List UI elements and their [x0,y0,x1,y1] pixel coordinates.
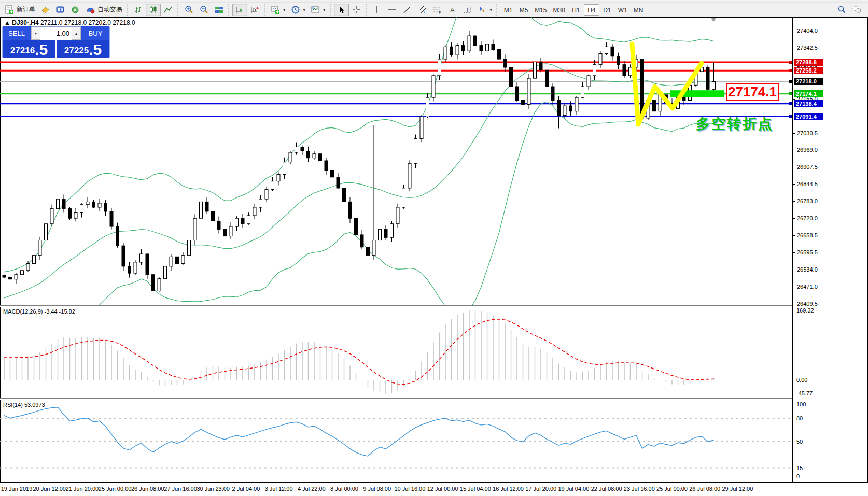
panel-separator[interactable] [0,398,792,400]
bull-candle [134,262,137,273]
tile-windows-button[interactable] [212,4,227,16]
rsi-label: RSI(14) 53.0973 [3,402,45,408]
turning-point-annotation[interactable]: 多空转折点 [696,115,774,133]
panel-separator[interactable] [0,305,792,307]
bear-candle [68,209,72,219]
periods-button[interactable]: ▾ [288,4,309,16]
volume-increase-button[interactable]: ▴ [72,27,81,40]
zoom-in-button[interactable] [181,4,197,16]
timeframe-w1-button[interactable]: W1 [615,4,631,16]
timeframe-m1-button[interactable]: M1 [500,4,516,16]
timeframe-h1-button[interactable]: H1 [568,4,584,16]
timeframe-m30-button[interactable]: M30 [550,4,568,16]
terminal-icon [55,5,65,15]
timeframe-h4-button[interactable]: H4 [584,4,599,16]
main-toolbar: 新订单 自动交易 [0,3,868,17]
time-axis-label: 17 Jul 20:00 [525,486,556,492]
price-tick-mark [792,150,795,150]
new-order-button[interactable]: 新订单 [2,4,38,16]
level-axis-bullet [789,102,792,105]
fibonacci-button[interactable]: F [430,4,445,16]
sell-button[interactable]: SELL [3,26,31,40]
chat-icon[interactable] [852,5,862,15]
timeframe-m5-button[interactable]: M5 [516,4,531,16]
chart-shift-button[interactable] [247,4,262,16]
time-axis-label: 9 Jul 08:00 [363,486,391,492]
price-annotation-box[interactable]: 27174.1 [726,83,779,101]
volume-input[interactable] [40,27,72,40]
price-tick-mark [792,270,795,270]
cursor-button[interactable] [334,4,349,16]
bull-candle [181,256,185,264]
price-tick-mark [792,48,795,48]
chart-shift-marker-icon[interactable] [711,18,716,22]
vertical-line-button[interactable] [370,4,385,16]
bull-candle [247,216,250,224]
bull-candle [379,229,382,240]
timeframe-d1-button[interactable]: D1 [599,4,615,16]
crosshair-icon [352,5,361,15]
price-tick-label: 26658.5 [797,232,818,238]
price-tick-mark [792,167,795,167]
arrows-button[interactable]: ▾ [475,4,495,16]
bar-chart-button[interactable] [131,4,146,16]
buy-price[interactable]: 27225 .5 [57,40,109,58]
level-price-tag-27288.8: 27288.8 [794,59,823,66]
buy-button[interactable]: BUY [81,26,109,40]
time-axis[interactable]: 19 Jun 201920 Jun 12:0021 Jun 20:0025 Ju… [0,482,868,496]
ohlc-values: 27211.0 27218.0 27202.0 27218.0 [40,19,135,26]
sell-price[interactable]: 27216 .5 [3,40,57,58]
zoom-out-button[interactable] [197,4,212,16]
crosshair-button[interactable] [349,4,364,16]
vertical-line-icon [372,5,382,15]
mt4-window: 新订单 自动交易 [0,0,868,496]
time-axis-label: 19 Jun 2019 [1,486,33,492]
bear-candle [480,46,483,51]
one-click-trading-panel: SELL ▾ ▴ BUY 27216 .5 27225 .5 [2,26,110,58]
terminal-button[interactable] [53,4,68,16]
candlestick-chart-icon [148,5,158,15]
collapse-icon[interactable]: ▲ [4,19,10,26]
macd-indicator-plot[interactable] [0,307,792,398]
horizontal-line-button[interactable] [385,4,400,16]
bear-candle [223,229,227,236]
price-tick-mark [792,304,795,304]
bear-candle [367,247,370,256]
equidistant-channel-icon: E [417,5,427,15]
bear-candle [343,188,346,202]
trendline-button[interactable] [400,4,415,16]
price-tick-mark [792,133,795,134]
autotrading-button[interactable]: 自动交易 [83,4,125,16]
price-tick-label: 26844.5 [797,181,818,187]
macd-axis-zero: 0.00 [796,377,807,383]
candlestick-chart-button[interactable] [146,4,161,16]
fibonacci-icon: F [432,5,442,15]
level-axis-bullet [789,92,792,95]
editor-button[interactable] [38,4,53,16]
news-button[interactable] [68,4,83,16]
search-icon[interactable] [837,5,847,15]
bull-candle [468,36,471,51]
price-tick-label: 26534.0 [797,266,818,273]
rsi-indicator-plot[interactable] [0,400,792,482]
auto-scroll-button[interactable] [232,4,247,16]
bear-candle [360,235,363,247]
horizontal-line-icon [387,5,397,15]
timeframe-mn-button[interactable]: MN [631,4,647,16]
price-chart-plot[interactable] [0,17,792,305]
zoom-in-icon [184,5,194,15]
templates-button[interactable]: ▾ [308,4,328,16]
text-label-button[interactable]: T [460,4,475,16]
equidistant-channel-button[interactable]: E [415,4,430,16]
new-chart-button[interactable]: ▾ [268,4,288,16]
bull-candle [158,279,161,291]
line-chart-button[interactable] [161,4,176,16]
dropdown-arrow-icon: ▾ [303,7,306,12]
timeframe-m15-button[interactable]: M15 [531,4,550,16]
news-icon [71,5,80,15]
text-button[interactable]: A [445,4,460,16]
bull-candle [712,81,716,89]
time-axis-label: 19 Jul 04:00 [558,486,589,492]
volume-decrease-button[interactable]: ▾ [31,27,40,40]
level-price-tag-27218.0: 27218.0 [794,78,823,85]
